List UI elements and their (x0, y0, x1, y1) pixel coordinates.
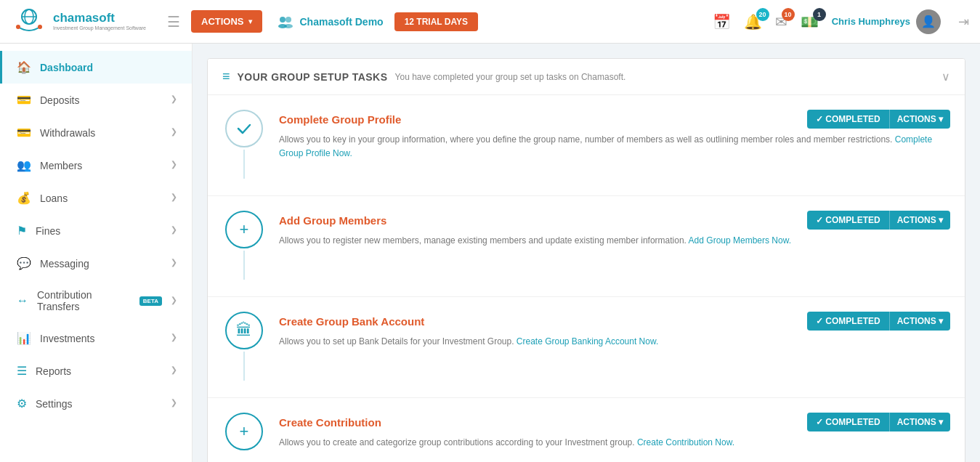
task-actions-contribution: ✓ COMPLETEDACTIONS ▾ (807, 413, 950, 431)
task-link-complete-profile[interactable]: Complete Group Profile Now. (279, 134, 932, 158)
sidebar-icon-settings: ⚙ (17, 397, 27, 410)
sidebar-label-dashboard: Dashboard (40, 62, 93, 73)
completed-button-add-members[interactable]: ✓ COMPLETED (807, 211, 889, 230)
task-icon-add-members: + (225, 211, 263, 248)
task-actions-bank-account: ✓ COMPLETEDACTIONS ▾ (807, 312, 950, 331)
sidebar-item-investments[interactable]: 📊Investments❮ (0, 322, 192, 354)
sidebar-item-settings[interactable]: ⚙Settings❮ (0, 387, 192, 420)
sidebar-arrow-members: ❮ (171, 161, 177, 170)
task-panel-header: ≡ YOUR GROUP SETUP TASKS You have comple… (208, 59, 965, 95)
task-panel: ≡ YOUR GROUP SETUP TASKS You have comple… (207, 58, 965, 462)
sidebar-item-reports[interactable]: ☰Reports❮ (0, 354, 192, 387)
task-desc-complete-profile: Allows you to key in your group informat… (279, 133, 950, 161)
task-desc-contribution: Allows you to create and categorize grou… (279, 436, 950, 450)
task-desc-add-members: Allows you to register new members, mana… (279, 234, 950, 248)
task-item-complete-profile: Complete Group Profile✓ COMPLETEDACTIONS… (208, 95, 965, 196)
sidebar-item-messaging[interactable]: 💬Messaging❮ (0, 247, 192, 280)
sidebar-item-loans[interactable]: 💰Loans❮ (0, 182, 192, 214)
completed-button-complete-profile[interactable]: ✓ COMPLETED (807, 110, 889, 129)
messages-badge: 10 (782, 8, 795, 21)
task-actions-complete-profile: ✓ COMPLETEDACTIONS ▾ (807, 110, 950, 129)
messages-icon-wrap[interactable]: ✉ 10 (775, 13, 787, 31)
calendar-icon: 📅 (713, 13, 731, 31)
task-link-contribution[interactable]: Create Contribution Now. (637, 437, 734, 447)
list-icon: ≡ (222, 69, 230, 84)
sidebar-item-fines[interactable]: ⚑Fines❮ (0, 214, 192, 247)
task-link-add-members[interactable]: Add Group Members Now. (689, 235, 791, 246)
task-body-complete-profile: Complete Group Profile✓ COMPLETEDACTIONS… (279, 110, 950, 161)
sidebar-arrow-contribution-transfers: ❮ (171, 296, 177, 306)
sidebar-label-members: Members (40, 160, 82, 171)
trial-badge[interactable]: 12 TRIAL DAYS (394, 12, 478, 31)
group-icon (275, 14, 296, 30)
logout-icon[interactable]: ⇥ (958, 14, 969, 30)
sidebar-label-reports: Reports (36, 365, 71, 377)
sidebar-icon-members: 👥 (17, 158, 31, 172)
sidebar-label-fines: Fines (36, 225, 60, 237)
checkmark-icon (235, 119, 254, 138)
sidebar-label-contribution-transfers: Contribution Transfers (37, 289, 128, 312)
sidebar-icon-dashboard: 🏠 (17, 60, 31, 74)
wallet-badge: 1 (813, 8, 826, 21)
sidebar-icon-loans: 💰 (17, 191, 31, 205)
sidebar-label-investments: Investments (40, 333, 94, 344)
task-body-bank-account: Create Group Bank Account✓ COMPLETEDACTI… (279, 312, 950, 349)
sidebar-icon-reports: ☰ (17, 364, 27, 378)
task-action-button-complete-profile[interactable]: ACTIONS ▾ (889, 110, 950, 129)
sidebar-icon-contribution-transfers: ↔ (17, 294, 28, 307)
task-body-add-members: Add Group Members✓ COMPLETEDACTIONS ▾All… (279, 211, 950, 248)
user-menu[interactable]: Chris Humphreys 👤 (832, 9, 941, 34)
sidebar-item-contribution-transfers[interactable]: ↔Contribution TransfersBETA❮ (0, 280, 192, 322)
sidebar-item-deposits[interactable]: 💳Deposits❮ (0, 84, 192, 116)
sidebar-arrow-investments: ❮ (171, 333, 177, 343)
main-content: ≡ YOUR GROUP SETUP TASKS You have comple… (193, 44, 980, 462)
sidebar-icon-fines: ⚑ (17, 224, 27, 238)
task-icon-complete-profile (225, 110, 263, 147)
layout: 🏠Dashboard💳Deposits❮💳Withdrawals❮👥Member… (0, 44, 980, 462)
task-desc-bank-account: Allows you to set up Bank Details for yo… (279, 335, 950, 349)
logo-icon (11, 7, 47, 37)
sidebar-item-dashboard[interactable]: 🏠Dashboard (0, 51, 192, 84)
sidebar-label-loans: Loans (40, 192, 68, 204)
user-name: Chris Humphreys (832, 16, 910, 27)
actions-button[interactable]: ACTIONS ▾ (191, 10, 262, 33)
sidebar-label-messaging: Messaging (40, 258, 89, 270)
task-name-bank-account: Create Group Bank Account (279, 315, 424, 328)
task-timeline-complete-profile (222, 110, 266, 181)
task-top-row-add-members: Add Group Members✓ COMPLETEDACTIONS ▾ (279, 211, 950, 230)
group-name: Chamasoft Demo (300, 16, 384, 28)
svg-point-6 (286, 17, 291, 23)
sidebar-label-settings: Settings (36, 398, 73, 410)
sidebar-arrow-messaging: ❮ (171, 259, 177, 268)
task-body-contribution: Create Contribution✓ COMPLETEDACTIONS ▾A… (279, 413, 950, 450)
task-action-button-bank-account[interactable]: ACTIONS ▾ (889, 312, 950, 331)
sidebar-icon-investments: 📊 (17, 331, 31, 345)
task-action-button-add-members[interactable]: ACTIONS ▾ (889, 211, 950, 230)
task-timeline-contribution: + (222, 413, 266, 450)
wallet-icon-wrap[interactable]: 💵 1 (801, 13, 819, 31)
header-icons: 📅 🔔 20 ✉ 10 💵 1 Chris Humphreys 👤 ⇥ (713, 9, 969, 34)
task-link-bank-account[interactable]: Create Group Banking Account Now. (517, 336, 658, 346)
sidebar-item-withdrawals[interactable]: 💳Withdrawals❮ (0, 116, 192, 149)
svg-point-3 (16, 25, 20, 29)
completed-button-bank-account[interactable]: ✓ COMPLETED (807, 312, 889, 331)
task-top-row-bank-account: Create Group Bank Account✓ COMPLETEDACTI… (279, 312, 950, 331)
svg-point-5 (280, 17, 286, 23)
sidebar-arrow-deposits: ❮ (171, 95, 177, 105)
sidebar-arrow-fines: ❮ (171, 226, 177, 235)
sidebar-arrow-loans: ❮ (171, 193, 177, 203)
beta-badge: BETA (139, 296, 162, 306)
hamburger-icon[interactable]: ☰ (167, 13, 180, 31)
group-selector[interactable]: Chamasoft Demo (275, 14, 384, 30)
sidebar-arrow-reports: ❮ (171, 366, 177, 376)
task-action-button-contribution[interactable]: ACTIONS ▾ (889, 413, 950, 431)
task-icon-bank-account: 🏛 (225, 312, 263, 349)
task-top-row-contribution: Create Contribution✓ COMPLETEDACTIONS ▾ (279, 413, 950, 431)
logo-name: chamasoft (53, 12, 146, 25)
sidebar-item-members[interactable]: 👥Members❮ (0, 149, 192, 182)
calendar-icon-wrap[interactable]: 📅 (713, 13, 731, 31)
task-connector-line (243, 251, 245, 280)
collapse-icon[interactable]: ∨ (941, 70, 950, 84)
completed-button-contribution[interactable]: ✓ COMPLETED (807, 413, 889, 431)
notifications-icon-wrap[interactable]: 🔔 20 (744, 13, 762, 31)
